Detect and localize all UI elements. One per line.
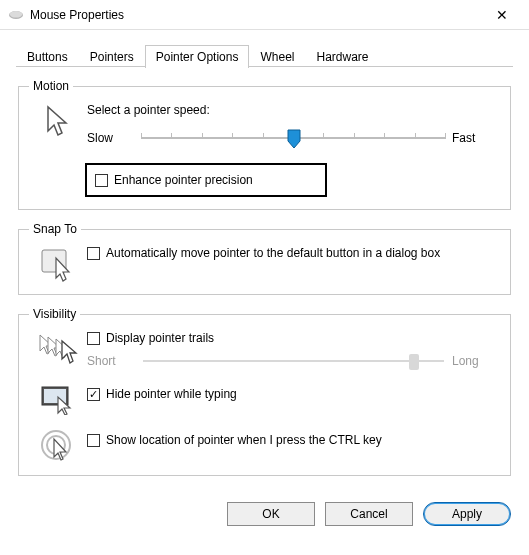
- tab-strip: Buttons Pointers Pointer Options Wheel H…: [0, 30, 529, 67]
- speed-slow-label: Slow: [87, 131, 135, 145]
- ctrl-locate-checkbox[interactable]: Show location of pointer when I press th…: [87, 433, 500, 447]
- trails-long-label: Long: [452, 354, 500, 368]
- enhance-precision-highlight: Enhance pointer precision: [85, 163, 327, 197]
- tab-hardware[interactable]: Hardware: [305, 45, 379, 68]
- snap-to-checkbox[interactable]: Automatically move pointer to the defaul…: [87, 246, 500, 260]
- tab-pointers[interactable]: Pointers: [79, 45, 145, 68]
- group-motion: Motion Select a pointer speed: Slow: [18, 79, 511, 210]
- pointer-trails-label: Display pointer trails: [106, 331, 214, 345]
- tab-buttons[interactable]: Buttons: [16, 45, 79, 68]
- snap-to-label: Automatically move pointer to the defaul…: [106, 246, 440, 260]
- hide-while-typing-label: Hide pointer while typing: [106, 387, 237, 401]
- ctrl-locate-label: Show location of pointer when I press th…: [106, 433, 382, 447]
- tab-page-pointer-options: Motion Select a pointer speed: Slow: [0, 67, 529, 496]
- pointer-arrow-icon: [29, 103, 87, 139]
- group-snap-to-legend: Snap To: [29, 222, 81, 236]
- tab-pointer-options[interactable]: Pointer Options: [145, 45, 250, 68]
- mouse-icon: [8, 7, 24, 23]
- enhance-precision-checkbox[interactable]: Enhance pointer precision: [95, 173, 253, 187]
- checkbox-icon: [87, 247, 100, 260]
- group-visibility-legend: Visibility: [29, 307, 80, 321]
- checkbox-icon: [87, 388, 100, 401]
- group-visibility: Visibility Display pointer trails: [18, 307, 511, 476]
- snap-to-icon: [29, 246, 87, 282]
- hide-while-typing-checkbox[interactable]: Hide pointer while typing: [87, 387, 500, 401]
- apply-button[interactable]: Apply: [423, 502, 511, 526]
- group-motion-legend: Motion: [29, 79, 73, 93]
- window-title: Mouse Properties: [30, 8, 481, 22]
- checkbox-icon: [87, 434, 100, 447]
- checkbox-icon: [87, 332, 100, 345]
- close-button[interactable]: ✕: [481, 1, 523, 29]
- speed-fast-label: Fast: [452, 131, 500, 145]
- group-snap-to: Snap To Automatically move pointer to th…: [18, 222, 511, 295]
- ctrl-locate-icon: [29, 427, 87, 463]
- svg-point-1: [10, 11, 22, 18]
- cancel-button[interactable]: Cancel: [325, 502, 413, 526]
- hide-while-typing-icon: [29, 383, 87, 415]
- tab-wheel[interactable]: Wheel: [249, 45, 305, 68]
- slider-thumb-icon[interactable]: [287, 129, 301, 149]
- pointer-trails-slider: [143, 351, 444, 371]
- ok-button[interactable]: OK: [227, 502, 315, 526]
- pointer-trails-checkbox[interactable]: Display pointer trails: [87, 331, 500, 345]
- checkbox-icon: [95, 174, 108, 187]
- slider-thumb-icon: [409, 354, 419, 370]
- trails-short-label: Short: [87, 354, 135, 368]
- enhance-precision-label: Enhance pointer precision: [114, 173, 253, 187]
- dialog-button-row: OK Cancel Apply: [0, 496, 529, 536]
- pointer-speed-label: Select a pointer speed:: [87, 103, 500, 117]
- pointer-speed-slider[interactable]: [141, 127, 446, 149]
- title-bar: Mouse Properties ✕: [0, 0, 529, 30]
- pointer-trails-icon: [29, 331, 87, 367]
